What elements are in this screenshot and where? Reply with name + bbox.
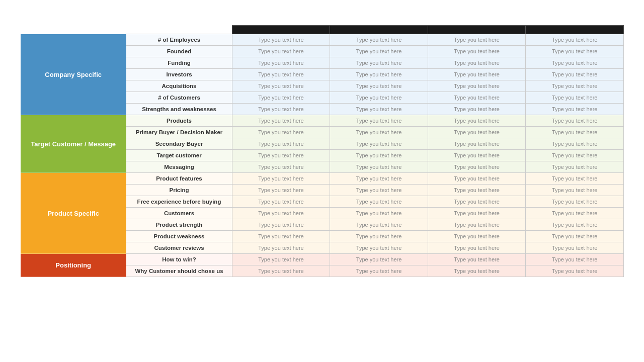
data-cell-company-5-comp4[interactable]: Type you text here: [526, 92, 624, 104]
row-label: Product strength: [126, 219, 232, 231]
data-cell-product-5-comp1[interactable]: Type you text here: [232, 231, 330, 242]
data-cell-target-1-comp2[interactable]: Type you text here: [330, 127, 428, 138]
data-cell-product-1-comp1[interactable]: Type you text here: [232, 185, 330, 196]
data-cell-target-3-comp4[interactable]: Type you text here: [526, 150, 624, 161]
data-cell-target-2-comp3[interactable]: Type you text here: [428, 138, 526, 150]
data-cell-target-1-comp1[interactable]: Type you text here: [232, 127, 330, 138]
table-row: PositioningHow to win?Type you text here…: [21, 254, 624, 265]
slide: Company Specific# of EmployeesType you t…: [0, 0, 644, 362]
data-cell-target-1-comp4[interactable]: Type you text here: [526, 127, 624, 138]
category-product: Product Specific: [21, 173, 126, 254]
data-cell-product-5-comp3[interactable]: Type you text here: [428, 231, 526, 242]
data-cell-company-3-comp4[interactable]: Type you text here: [526, 69, 624, 80]
header-comp2: [330, 26, 428, 34]
data-cell-product-4-comp2[interactable]: Type you text here: [330, 219, 428, 231]
row-label: Pricing: [126, 185, 232, 196]
data-cell-positioning-1-comp2[interactable]: Type you text here: [330, 265, 428, 277]
data-cell-company-3-comp3[interactable]: Type you text here: [428, 69, 526, 80]
data-cell-target-3-comp2[interactable]: Type you text here: [330, 150, 428, 161]
row-label: Founded: [126, 46, 232, 57]
data-cell-positioning-1-comp1[interactable]: Type you text here: [232, 265, 330, 277]
data-cell-product-3-comp4[interactable]: Type you text here: [526, 208, 624, 219]
table-container: Company Specific# of EmployeesType you t…: [20, 25, 624, 352]
data-cell-company-6-comp3[interactable]: Type you text here: [428, 104, 526, 115]
data-cell-product-4-comp3[interactable]: Type you text here: [428, 219, 526, 231]
data-cell-product-2-comp3[interactable]: Type you text here: [428, 196, 526, 208]
data-cell-product-2-comp1[interactable]: Type you text here: [232, 196, 330, 208]
data-cell-target-3-comp1[interactable]: Type you text here: [232, 150, 330, 161]
data-cell-target-2-comp1[interactable]: Type you text here: [232, 138, 330, 150]
data-cell-company-4-comp3[interactable]: Type you text here: [428, 80, 526, 92]
data-cell-product-1-comp3[interactable]: Type you text here: [428, 185, 526, 196]
data-cell-product-3-comp1[interactable]: Type you text here: [232, 208, 330, 219]
data-cell-target-0-comp1[interactable]: Type you text here: [232, 115, 330, 127]
data-cell-product-4-comp4[interactable]: Type you text here: [526, 219, 624, 231]
data-cell-product-0-comp3[interactable]: Type you text here: [428, 173, 526, 185]
data-cell-target-0-comp2[interactable]: Type you text here: [330, 115, 428, 127]
data-cell-product-2-comp4[interactable]: Type you text here: [526, 196, 624, 208]
data-cell-company-4-comp4[interactable]: Type you text here: [526, 80, 624, 92]
data-cell-company-4-comp2[interactable]: Type you text here: [330, 80, 428, 92]
header-empty2: [126, 26, 232, 34]
data-cell-product-0-comp1[interactable]: Type you text here: [232, 173, 330, 185]
data-cell-positioning-0-comp2[interactable]: Type you text here: [330, 254, 428, 265]
data-cell-company-5-comp2[interactable]: Type you text here: [330, 92, 428, 104]
data-cell-company-4-comp1[interactable]: Type you text here: [232, 80, 330, 92]
data-cell-company-1-comp4[interactable]: Type you text here: [526, 46, 624, 57]
data-cell-company-0-comp4[interactable]: Type you text here: [526, 34, 624, 46]
data-cell-product-2-comp2[interactable]: Type you text here: [330, 196, 428, 208]
data-cell-company-3-comp2[interactable]: Type you text here: [330, 69, 428, 80]
data-cell-target-4-comp2[interactable]: Type you text here: [330, 161, 428, 173]
data-cell-target-0-comp4[interactable]: Type you text here: [526, 115, 624, 127]
data-cell-product-1-comp2[interactable]: Type you text here: [330, 185, 428, 196]
table-header-row: [21, 26, 624, 34]
data-cell-target-0-comp3[interactable]: Type you text here: [428, 115, 526, 127]
row-label: Funding: [126, 57, 232, 69]
data-cell-company-6-comp4[interactable]: Type you text here: [526, 104, 624, 115]
data-cell-product-0-comp4[interactable]: Type you text here: [526, 173, 624, 185]
data-cell-positioning-1-comp4[interactable]: Type you text here: [526, 265, 624, 277]
category-positioning: Positioning: [21, 254, 126, 277]
data-cell-company-5-comp3[interactable]: Type you text here: [428, 92, 526, 104]
table-row: Product SpecificProduct featuresType you…: [21, 173, 624, 185]
row-label: Customer reviews: [126, 242, 232, 254]
data-cell-positioning-1-comp3[interactable]: Type you text here: [428, 265, 526, 277]
data-cell-product-6-comp1[interactable]: Type you text here: [232, 242, 330, 254]
data-cell-company-2-comp3[interactable]: Type you text here: [428, 57, 526, 69]
data-cell-company-0-comp2[interactable]: Type you text here: [330, 34, 428, 46]
data-cell-product-5-comp4[interactable]: Type you text here: [526, 231, 624, 242]
data-cell-company-2-comp1[interactable]: Type you text here: [232, 57, 330, 69]
data-cell-product-4-comp1[interactable]: Type you text here: [232, 219, 330, 231]
data-cell-product-3-comp3[interactable]: Type you text here: [428, 208, 526, 219]
data-cell-company-2-comp4[interactable]: Type you text here: [526, 57, 624, 69]
data-cell-company-1-comp1[interactable]: Type you text here: [232, 46, 330, 57]
data-cell-target-4-comp3[interactable]: Type you text here: [428, 161, 526, 173]
data-cell-company-3-comp1[interactable]: Type you text here: [232, 69, 330, 80]
data-cell-target-2-comp2[interactable]: Type you text here: [330, 138, 428, 150]
data-cell-company-5-comp1[interactable]: Type you text here: [232, 92, 330, 104]
header-comp3: [428, 26, 526, 34]
data-cell-company-0-comp1[interactable]: Type you text here: [232, 34, 330, 46]
data-cell-company-0-comp3[interactable]: Type you text here: [428, 34, 526, 46]
data-cell-product-6-comp2[interactable]: Type you text here: [330, 242, 428, 254]
data-cell-company-6-comp1[interactable]: Type you text here: [232, 104, 330, 115]
data-cell-company-6-comp2[interactable]: Type you text here: [330, 104, 428, 115]
data-cell-product-6-comp4[interactable]: Type you text here: [526, 242, 624, 254]
data-cell-company-1-comp2[interactable]: Type you text here: [330, 46, 428, 57]
data-cell-positioning-0-comp4[interactable]: Type you text here: [526, 254, 624, 265]
data-cell-product-5-comp2[interactable]: Type you text here: [330, 231, 428, 242]
data-cell-target-3-comp3[interactable]: Type you text here: [428, 150, 526, 161]
data-cell-target-4-comp4[interactable]: Type you text here: [526, 161, 624, 173]
data-cell-product-0-comp2[interactable]: Type you text here: [330, 173, 428, 185]
data-cell-company-2-comp2[interactable]: Type you text here: [330, 57, 428, 69]
row-label: Free experience before buying: [126, 196, 232, 208]
data-cell-company-1-comp3[interactable]: Type you text here: [428, 46, 526, 57]
data-cell-positioning-0-comp1[interactable]: Type you text here: [232, 254, 330, 265]
data-cell-target-2-comp4[interactable]: Type you text here: [526, 138, 624, 150]
data-cell-product-3-comp2[interactable]: Type you text here: [330, 208, 428, 219]
data-cell-target-4-comp1[interactable]: Type you text here: [232, 161, 330, 173]
data-cell-product-6-comp3[interactable]: Type you text here: [428, 242, 526, 254]
data-cell-target-1-comp3[interactable]: Type you text here: [428, 127, 526, 138]
data-cell-positioning-0-comp3[interactable]: Type you text here: [428, 254, 526, 265]
data-cell-product-1-comp4[interactable]: Type you text here: [526, 185, 624, 196]
